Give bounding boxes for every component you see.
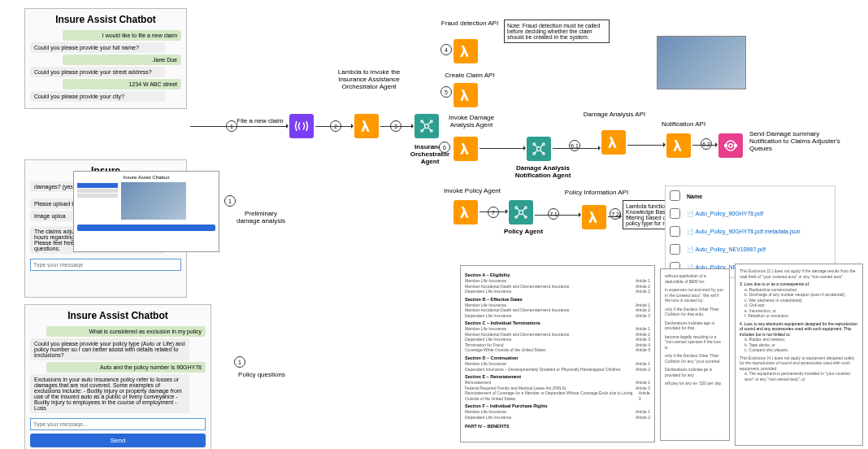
- doc-heading: Section E – Reinstatement: [465, 374, 650, 380]
- msg: Could you please provide your city?: [30, 91, 165, 102]
- dmg-agent-icon: [527, 137, 551, 161]
- doc-heading: Section C – Individual Terminations: [465, 320, 650, 326]
- arrow: [627, 145, 665, 146]
- doc-art: Article 2: [636, 367, 650, 373]
- msg: What is considered as exclusion in my po…: [46, 326, 206, 337]
- doc-art: Article 3: [636, 313, 650, 319]
- policy-info-lambda-icon: [582, 205, 606, 229]
- label-invoke-dmg: Invoke Damage Analysis Agent: [439, 114, 504, 129]
- step-circle: 7.1: [548, 208, 559, 220]
- doc-line: This Exclusion (2.) does not apply if th…: [740, 268, 858, 279]
- policy-agent-icon: [509, 200, 533, 224]
- row-checkbox[interactable]: [670, 244, 680, 255]
- arrow: [480, 211, 507, 212]
- msg: Could you please provide your full name?: [30, 42, 165, 53]
- arrow: [692, 145, 717, 146]
- label-lambda-orch: Lambda to invoke the Insurance Assistanc…: [328, 68, 410, 90]
- msg: Jane Doe: [63, 54, 181, 65]
- api-gateway-icon: [289, 114, 314, 138]
- doc-heading: PART IV – BENEFITS: [465, 424, 650, 429]
- damaged-car-image: [657, 36, 746, 89]
- label-notif-api: Notification API: [655, 120, 712, 128]
- arrow: [535, 215, 580, 216]
- file-link[interactable]: Auto_Policy_90GHY78.pdf.metadata.json: [696, 229, 801, 234]
- label-dmg-api: Damage Analysis API: [582, 111, 647, 118]
- msg: 1234 W ABC street: [63, 79, 181, 89]
- sidebar-bar: [77, 189, 118, 193]
- label-policy-agent: Policy Agent: [499, 228, 548, 235]
- note-text: Note: Fraud detection must be called bef…: [507, 23, 600, 40]
- arrow: [608, 216, 621, 217]
- doc-line: Declarations indicate age is provided fo…: [665, 320, 725, 331]
- step-circle: 7: [488, 207, 499, 218]
- step-circle: 5: [441, 86, 452, 98]
- label-send-summary: Send Damage summary Notification to Clai…: [749, 130, 847, 152]
- policy-doc-fragment: without application of a deductible of $…: [660, 268, 730, 441]
- arrow: [480, 148, 525, 149]
- doc-line: Dependent Insurance – Developmentally Di…: [465, 367, 621, 373]
- label-dmg-agent: Damage Analysis Notification Agent: [509, 164, 577, 179]
- file-link[interactable]: Auto_Policy_90GHY78.pdf: [696, 211, 763, 216]
- chat-panel-3: Insure Assist Chatbot What is considered…: [24, 304, 211, 449]
- arrow: [380, 126, 413, 127]
- doc-art: Article 3: [639, 390, 650, 401]
- select-all-checkbox[interactable]: [670, 190, 680, 201]
- step-circle: 6.1: [569, 140, 580, 151]
- chat-title: Insure Assist Chatbot: [30, 14, 181, 25]
- orch-agent-icon: [414, 114, 439, 138]
- doc-line: will pay for any ex- 520 per day.: [665, 381, 725, 386]
- invoke-policy-lambda-icon: [454, 200, 478, 224]
- send-button[interactable]: Send: [30, 434, 206, 447]
- doc-line: This Exclusion (4.) does not apply to eq…: [740, 355, 858, 372]
- doc-line: Coverage While Outside of the United Sta…: [465, 347, 546, 353]
- doc-line: Dependent Life Insurance: [465, 289, 511, 294]
- create-lambda-icon: [454, 83, 478, 107]
- fraud-note-box: Note: Fraud detection must be called bef…: [504, 20, 610, 43]
- chat-panel-1: Insure Assist Chatbot I would like to fi…: [24, 8, 187, 109]
- doc-art: Article 5: [636, 347, 650, 353]
- label-prelim: Preliminary damage analysis: [234, 210, 288, 224]
- doc-line: 4. Loss to any electronic equipment desi…: [740, 321, 858, 338]
- doc-heading: Section D – Continuation: [465, 355, 650, 361]
- doc-line: become legally resulting to a "non-owned…: [665, 334, 725, 351]
- notif-lambda-icon: [666, 133, 691, 158]
- doc-line: f. Rebellion or revolution.: [740, 313, 858, 319]
- doc-line: only if the Declara Other Than Collision…: [665, 353, 725, 364]
- doc-heading: Section F – Individual Purchase Rights: [465, 403, 650, 409]
- fraud-lambda-icon: [454, 39, 478, 63]
- col-name: Name: [684, 188, 833, 204]
- policy-doc-page-1: Section A – Eligibility Member Life Insu…: [460, 265, 655, 442]
- invoke-dmg-lambda-icon: [454, 137, 478, 161]
- svg-point-0: [425, 124, 429, 129]
- svg-point-14: [519, 211, 523, 215]
- file-link[interactable]: Auto_Policy_NEV10987.pdf: [696, 246, 766, 252]
- doc-line: Dependent Life Insurance: [465, 415, 511, 421]
- msg: Could you please provide your policy typ…: [30, 338, 189, 360]
- row-checkbox[interactable]: [670, 208, 680, 219]
- doc-heading: Section A – Eligibility: [465, 272, 650, 278]
- message-input[interactable]: [30, 418, 206, 430]
- doc-line: without application of a deductible of $…: [665, 273, 725, 284]
- lambda-orch-icon: [354, 114, 379, 138]
- inner-chat-overlay: Insure Assist Chatbot: [73, 171, 219, 252]
- doc-art: Article 2: [636, 289, 650, 294]
- doc-line: c. Compact disc players.: [740, 347, 858, 353]
- chat-title: Insure Assist Chatbot: [30, 310, 206, 321]
- label-file-claim: File a new claim: [236, 117, 284, 124]
- doc-line: a. The equipment is permanently installe…: [740, 371, 858, 381]
- doc-art: Article 2: [636, 415, 650, 421]
- doc-heading: Section B – Effective Dates: [465, 297, 650, 303]
- inner-chat-title: Insure Assist Chatbot: [77, 175, 215, 180]
- notification-queue-icon: [718, 133, 743, 158]
- inner-send-button[interactable]: [77, 224, 215, 231]
- step-circle: 4: [441, 44, 452, 55]
- doc-line: in expenses not excurred by you in the c…: [665, 287, 725, 303]
- doc-line: Reinstatement of Coverage for a Member o…: [465, 390, 639, 401]
- label-invoke-policy: Invoke Policy Agent: [436, 187, 509, 194]
- msg: I would like to file a new claim: [63, 30, 181, 41]
- doc-line: Dependent Life Insurance: [465, 313, 511, 319]
- step-circle: 1: [234, 356, 245, 368]
- row-checkbox[interactable]: [670, 226, 680, 237]
- msg: Auto and the policy number is 90GHY78: [46, 362, 206, 373]
- message-input[interactable]: [30, 259, 181, 271]
